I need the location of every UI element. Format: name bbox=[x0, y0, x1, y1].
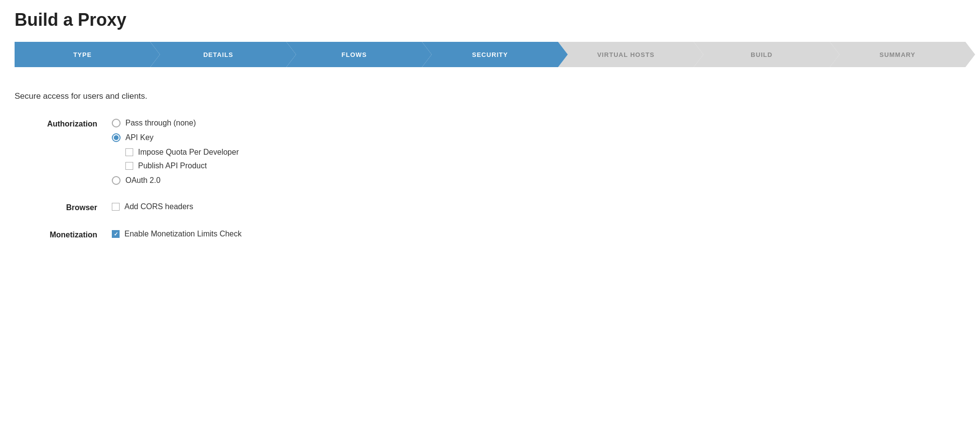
step-flows[interactable]: FLOWS bbox=[286, 42, 422, 67]
checkbox-box-monetization bbox=[112, 230, 120, 238]
monetization-label: Monetization bbox=[15, 230, 112, 239]
checkbox-box-impose-quota bbox=[125, 148, 133, 156]
radio-circle-oauth bbox=[112, 176, 121, 185]
checkbox-box-cors bbox=[112, 203, 120, 211]
browser-controls: Add CORS headers bbox=[112, 202, 193, 211]
authorization-group: Authorization Pass through (none) API Ke… bbox=[15, 119, 965, 185]
radio-pass-through[interactable]: Pass through (none) bbox=[112, 119, 239, 127]
authorization-label: Authorization bbox=[15, 119, 112, 128]
checkbox-impose-quota[interactable]: Impose Quota Per Developer bbox=[125, 148, 239, 157]
radio-label-pass-through: Pass through (none) bbox=[125, 119, 196, 127]
checkbox-publish-api[interactable]: Publish API Product bbox=[125, 162, 239, 170]
monetization-group: Monetization Enable Monetization Limits … bbox=[15, 230, 965, 239]
step-type[interactable]: TYPE bbox=[15, 42, 150, 67]
step-details[interactable]: DETAILS bbox=[150, 42, 286, 67]
page-title: Build a Proxy bbox=[15, 10, 965, 30]
checkbox-cors[interactable]: Add CORS headers bbox=[112, 202, 193, 211]
step-label-type: TYPE bbox=[69, 51, 97, 58]
radio-circle-api-key bbox=[112, 133, 121, 142]
step-label-summary: SUMMARY bbox=[875, 51, 920, 58]
checkbox-monetization[interactable]: Enable Monetization Limits Check bbox=[112, 230, 242, 238]
radio-oauth[interactable]: OAuth 2.0 bbox=[112, 176, 239, 185]
step-label-security: SECURITY bbox=[467, 51, 513, 58]
monetization-controls: Enable Monetization Limits Check bbox=[112, 230, 242, 238]
step-label-flows: FLOWS bbox=[336, 51, 371, 58]
step-build[interactable]: BUILD bbox=[694, 42, 829, 67]
step-virtual-hosts[interactable]: VIRTUAL HOSTS bbox=[558, 42, 694, 67]
checkbox-label-monetization: Enable Monetization Limits Check bbox=[124, 230, 242, 238]
checkbox-label-publish-api: Publish API Product bbox=[138, 162, 207, 170]
checkbox-label-impose-quota: Impose Quota Per Developer bbox=[138, 148, 239, 157]
api-key-suboptions: Impose Quota Per Developer Publish API P… bbox=[125, 148, 239, 170]
checkbox-box-publish-api bbox=[125, 162, 133, 170]
radio-label-oauth: OAuth 2.0 bbox=[125, 176, 160, 185]
radio-api-key[interactable]: API Key bbox=[112, 133, 239, 142]
browser-label: Browser bbox=[15, 202, 112, 212]
content-area: Secure access for users and clients. Aut… bbox=[15, 87, 965, 239]
step-label-build: BUILD bbox=[746, 51, 777, 58]
radio-circle-pass-through bbox=[112, 119, 121, 127]
checkbox-label-cors: Add CORS headers bbox=[124, 202, 193, 211]
radio-label-api-key: API Key bbox=[125, 133, 154, 142]
authorization-controls: Pass through (none) API Key Impose Quota… bbox=[112, 119, 239, 185]
step-label-virtual-hosts: VIRTUAL HOSTS bbox=[592, 51, 659, 58]
step-security[interactable]: SECURITY bbox=[422, 42, 558, 67]
stepper: TYPEDETAILSFLOWSSECURITYVIRTUAL HOSTSBUI… bbox=[15, 42, 965, 67]
section-description: Secure access for users and clients. bbox=[15, 91, 965, 101]
step-summary[interactable]: SUMMARY bbox=[830, 42, 965, 67]
browser-group: Browser Add CORS headers bbox=[15, 202, 965, 212]
step-label-details: DETAILS bbox=[198, 51, 238, 58]
